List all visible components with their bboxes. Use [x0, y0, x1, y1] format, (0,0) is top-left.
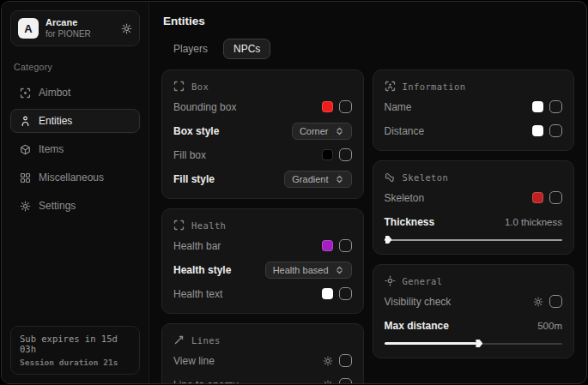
sidebar-item-items[interactable]: Items	[10, 137, 140, 161]
card-title: Health	[191, 220, 226, 231]
visibility-check-row: Visibility check	[385, 292, 563, 310]
sidebar-item-entities[interactable]: Entities	[10, 109, 140, 133]
card-title: General	[403, 276, 443, 286]
color-swatch[interactable]	[532, 101, 543, 112]
slider-track	[385, 239, 563, 241]
skeleton-card: Skeleton Skeleton Thickness 1.0 thicknes…	[373, 160, 575, 255]
max-distance-slider[interactable]	[385, 340, 563, 347]
max-distance-row: Max distance 500m	[385, 316, 563, 334]
gear-icon	[19, 201, 31, 212]
package-icon	[19, 144, 31, 155]
box-card-header: Box	[173, 81, 352, 92]
lines-card: Lines View line Line to enemy	[161, 323, 364, 383]
health-style-dropdown[interactable]: Health based	[265, 262, 352, 279]
row-label: Fill style	[173, 173, 215, 185]
right-column: Information Name Distance	[373, 69, 575, 383]
sub-expires-text: Sub expires in 15d 03h	[20, 334, 130, 354]
fill-style-dropdown[interactable]: Gradient	[284, 171, 351, 188]
chevron-up-down-icon	[335, 265, 344, 275]
skeleton-card-header: Skeleton	[385, 171, 563, 183]
max-distance-value: 500m	[537, 321, 562, 331]
slider-handle[interactable]	[476, 340, 482, 347]
tab-bar: Players NPCs	[163, 39, 574, 59]
person-icon	[19, 116, 31, 127]
information-card: Information Name Distance	[373, 69, 575, 151]
crosshair-icon	[19, 87, 31, 99]
thickness-slider[interactable]	[385, 236, 563, 244]
fill-style-row: Fill style Gradient	[173, 170, 352, 188]
color-swatch[interactable]	[322, 149, 333, 160]
tab-npcs[interactable]: NPCs	[223, 39, 270, 59]
thickness-row: Thickness 1.0 thickness	[385, 213, 563, 231]
skeleton-checkbox[interactable]	[549, 191, 562, 204]
sidebar-item-miscellaneous[interactable]: Miscellaneous	[10, 165, 140, 189]
scan-person-icon	[385, 81, 396, 92]
row-label: Distance	[385, 125, 425, 137]
color-swatch[interactable]	[322, 101, 333, 112]
slider-fill	[385, 342, 477, 345]
settings-gear-icon[interactable]	[121, 23, 132, 34]
box-style-dropdown[interactable]: Corner	[292, 123, 352, 140]
health-text-checkbox[interactable]	[339, 287, 352, 300]
view-line-checkbox[interactable]	[339, 354, 352, 367]
gear-icon[interactable]	[533, 297, 543, 307]
row-label: Name	[385, 101, 412, 113]
row-label: Fill box	[173, 149, 206, 161]
page-title: Entities	[163, 15, 574, 27]
sidebar-item-label: Settings	[39, 200, 76, 212]
sidebar-item-label: Miscellaneous	[39, 171, 104, 183]
name-checkbox[interactable]	[549, 100, 562, 113]
sidebar: A Arcane for PIONER Category Aimbot Enti…	[2, 2, 149, 383]
sidebar-item-aimbot[interactable]: Aimbot	[10, 81, 140, 105]
color-swatch[interactable]	[532, 125, 543, 136]
bounding-box-row: Bounding box	[173, 98, 352, 116]
brand-text: Arcane for PIONER	[45, 17, 114, 39]
dropdown-value: Gradient	[292, 174, 328, 184]
visibility-check-checkbox[interactable]	[549, 295, 562, 308]
dropdown-value: Corner	[300, 126, 329, 136]
gear-icon[interactable]	[323, 380, 333, 384]
name-row: Name	[385, 98, 563, 116]
category-label: Category	[14, 62, 136, 72]
main-panel: Entities Players NPCs Box Bounding box	[149, 2, 586, 383]
bounding-box-checkbox[interactable]	[339, 100, 352, 113]
color-swatch[interactable]	[322, 240, 333, 251]
app-title: Arcane	[45, 17, 114, 28]
sidebar-item-settings[interactable]: Settings	[10, 194, 140, 218]
information-card-header: Information	[385, 81, 563, 92]
scan-corners-icon	[173, 81, 185, 92]
sun-icon	[385, 275, 396, 286]
sidebar-nav: Aimbot Entities Items Miscellaneous Sett…	[10, 81, 140, 218]
slider-handle[interactable]	[385, 236, 392, 244]
sidebar-item-label: Entities	[39, 115, 72, 127]
row-label: Line to enemy	[173, 379, 238, 384]
row-label: Box style	[173, 125, 219, 137]
fill-box-checkbox[interactable]	[339, 148, 352, 161]
general-card-header: General	[385, 275, 563, 286]
row-label: Thickness	[385, 216, 435, 228]
card-title: Skeleton	[403, 172, 449, 183]
health-card: Health Health bar Health style Health ba…	[161, 208, 364, 314]
brand-card: A Arcane for PIONER	[10, 10, 140, 46]
gear-icon[interactable]	[323, 356, 333, 366]
row-label: Health style	[173, 264, 231, 276]
bone-icon	[385, 171, 396, 183]
color-swatch[interactable]	[532, 192, 543, 203]
subscription-info: Sub expires in 15d 03h Session duration …	[10, 326, 140, 375]
health-text-row: Health text	[173, 285, 352, 303]
fill-box-row: Fill box	[173, 146, 352, 164]
health-style-row: Health style Health based	[173, 261, 352, 279]
health-bar-checkbox[interactable]	[339, 239, 352, 252]
tab-players[interactable]: Players	[163, 39, 218, 59]
color-swatch[interactable]	[322, 288, 333, 299]
general-card: General Visibility check Max distance 50…	[373, 264, 575, 358]
chevron-up-down-icon	[335, 126, 344, 136]
sidebar-item-label: Aimbot	[39, 87, 70, 99]
thickness-value: 1.0 thickness	[505, 217, 562, 227]
row-label: Max distance	[385, 320, 449, 332]
app-subtitle: for PIONER	[45, 29, 114, 39]
card-title: Box	[191, 81, 209, 92]
distance-checkbox[interactable]	[549, 124, 562, 137]
line-to-enemy-checkbox[interactable]	[339, 378, 352, 383]
card-title: Information	[403, 81, 466, 92]
